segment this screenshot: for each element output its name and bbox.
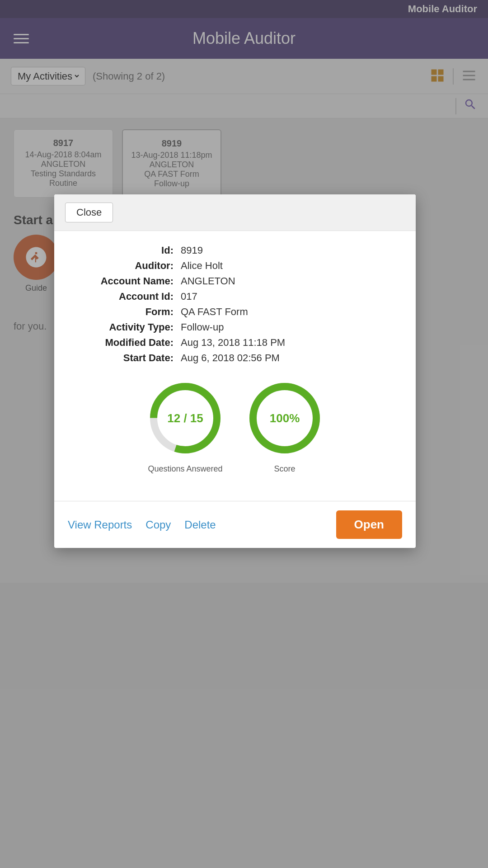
auditor-value: Alice Holt <box>181 260 223 272</box>
modified-date-value: Aug 13, 2018 11:18 PM <box>181 337 285 349</box>
questions-chart: 12 / 15 Questions Answered <box>145 377 226 474</box>
id-value: 8919 <box>181 245 203 256</box>
account-name-label: Account Name: <box>72 275 181 287</box>
activity-type-label: Activity Type: <box>72 321 181 333</box>
detail-row-auditor: Auditor: Alice Holt <box>72 260 398 272</box>
modified-date-label: Modified Date: <box>72 337 181 349</box>
form-label: Form: <box>72 306 181 318</box>
score-donut: 100% <box>244 377 325 459</box>
account-name-value: ANGLETON <box>181 275 235 287</box>
modal-close-button[interactable]: Close <box>65 203 113 222</box>
detail-row-account-id: Account Id: 017 <box>72 291 398 302</box>
questions-center-text: 12 / 15 <box>167 411 203 425</box>
detail-row-activity-type: Activity Type: Follow-up <box>72 321 398 333</box>
questions-donut: 12 / 15 <box>145 377 226 459</box>
detail-row-modified-date: Modified Date: Aug 13, 2018 11:18 PM <box>72 337 398 349</box>
view-reports-button[interactable]: View Reports <box>68 519 132 531</box>
modal-header: Close <box>54 194 416 231</box>
account-id-label: Account Id: <box>72 291 181 302</box>
questions-chart-label: Questions Answered <box>148 464 222 474</box>
start-date-label: Start Date: <box>72 352 181 364</box>
score-chart: 100% Score <box>244 377 325 474</box>
score-chart-label: Score <box>274 464 295 474</box>
form-value: QA FAST Form <box>181 306 248 318</box>
detail-row-start-date: Start Date: Aug 6, 2018 02:56 PM <box>72 352 398 364</box>
id-label: Id: <box>72 245 181 256</box>
start-date-value: Aug 6, 2018 02:56 PM <box>181 352 280 364</box>
modal-dialog: Close Id: 8919 Auditor: Alice Holt Accou… <box>54 194 416 548</box>
score-center-text: 100% <box>270 411 300 425</box>
detail-row-form: Form: QA FAST Form <box>72 306 398 318</box>
detail-row-id: Id: 8919 <box>72 245 398 256</box>
charts-row: 12 / 15 Questions Answered 100% Score <box>72 377 398 474</box>
detail-row-account-name: Account Name: ANGLETON <box>72 275 398 287</box>
open-button[interactable]: Open <box>336 510 402 539</box>
modal-footer: View Reports Copy Delete Open <box>54 501 416 548</box>
delete-button[interactable]: Delete <box>184 519 216 531</box>
activity-type-value: Follow-up <box>181 321 224 333</box>
modal-body: Id: 8919 Auditor: Alice Holt Account Nam… <box>54 231 416 501</box>
detail-table: Id: 8919 Auditor: Alice Holt Account Nam… <box>72 245 398 364</box>
auditor-label: Auditor: <box>72 260 181 272</box>
account-id-value: 017 <box>181 291 197 302</box>
copy-button[interactable]: Copy <box>145 519 171 531</box>
